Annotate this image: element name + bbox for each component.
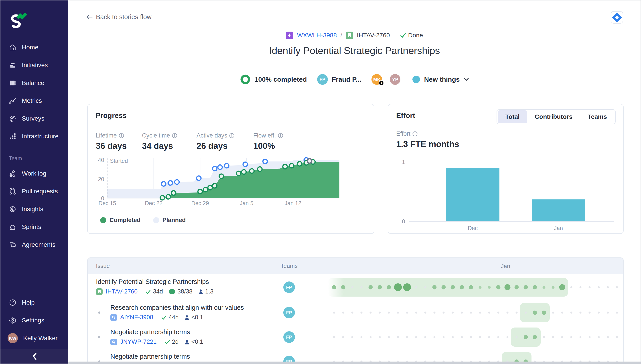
timeline-activity-dot (352, 312, 354, 314)
timeline-activity-dot (598, 312, 600, 314)
timeline-activity-dot (451, 285, 455, 290)
timeline-activity-dot (607, 336, 609, 338)
progress-group: 38/38 (169, 288, 192, 295)
table-header: Issue Teams Jan (88, 258, 623, 274)
info-icon[interactable] (278, 133, 283, 138)
timeline-activity-dot (496, 285, 500, 290)
svg-text:Started: Started (110, 158, 128, 164)
info-icon[interactable] (119, 133, 124, 138)
timeline-activity-dot (552, 312, 554, 314)
table-row[interactable]: Negotiate partnership terms JNYWP-7221 2… (88, 325, 623, 349)
sidebar-item-pull-requests[interactable]: Pull requests (0, 182, 68, 200)
balance-icon (9, 79, 16, 87)
sidebar-item-label: Sprints (22, 224, 41, 230)
team-chip[interactable]: FP (283, 282, 295, 293)
timeline-activity-dot (360, 336, 362, 338)
sidebar-item-settings[interactable]: Settings (0, 312, 68, 329)
sidebar-spacer (0, 254, 68, 294)
metric-cycle-time: Cycle time 34 days (142, 132, 187, 151)
sidebar-item-initiatives[interactable]: Initiatives (0, 56, 68, 74)
sidebar-item-balance[interactable]: Balance (0, 74, 68, 92)
table-row[interactable]: Identify Potential Strategic Partnership… (88, 274, 623, 300)
effort-card: Effort Total Contributors Teams Effort 1… (388, 104, 624, 234)
board-filter-dropdown[interactable]: New things (412, 76, 469, 83)
timeline-activity-dot (488, 336, 490, 338)
sidebar-user[interactable]: KW Kelly Walker (0, 329, 68, 347)
breadcrumb-epic-link[interactable]: WXWLH-3988 (297, 32, 337, 39)
breadcrumb-separator: / (340, 32, 342, 39)
timeline-activity-dot (379, 312, 381, 314)
timeline-activity-dot (525, 312, 527, 314)
sidebar-item-metrics[interactable]: Metrics (0, 92, 68, 110)
metric-flow-efficiency: Flow eff. 100% (253, 132, 289, 151)
timeline-activity-dot (394, 284, 402, 291)
team-name-label: Fraud P... (332, 76, 362, 83)
progress-burnup-chart: Started02040Dec 15Dec 22Dec 29Jan 5Jan 1… (92, 157, 368, 209)
svg-text:Dec 22: Dec 22 (145, 200, 162, 206)
main-content: Back to stories flow WXWLH-3988 / IHTAV-… (68, 0, 640, 364)
tab-teams[interactable]: Teams (580, 110, 614, 123)
jira-integration-button[interactable] (611, 11, 623, 24)
horizontal-scrollbar[interactable] (68, 362, 640, 364)
timeline-activity-dot (533, 335, 537, 339)
svg-text:1: 1 (402, 159, 405, 165)
svg-text:Dec 29: Dec 29 (192, 200, 209, 206)
user-avatar: KW (8, 333, 18, 343)
sidebar-item-label: Metrics (22, 97, 42, 104)
avatar-yp[interactable]: YP (390, 74, 400, 85)
app-logo[interactable] (0, 0, 68, 38)
sidebar-item-infrastructure[interactable]: Infrastructure (0, 128, 68, 145)
issue-id-link[interactable]: JNYWP-7221 (120, 338, 157, 345)
timeline-activity-dot (461, 336, 463, 338)
sidebar-collapse-button[interactable] (0, 349, 68, 364)
sidebar-item-agreements[interactable]: Agreements (0, 236, 68, 254)
table-row[interactable]: Research companies that align with our v… (88, 300, 623, 325)
column-header-issue: Issue (88, 262, 257, 270)
info-icon[interactable] (172, 133, 177, 138)
timeline-activity-dot (443, 336, 445, 338)
timeline-activity-dot (333, 312, 335, 314)
sidebar-section-team: Team (0, 151, 68, 165)
team-chip[interactable]: FP (283, 331, 295, 343)
team-summary[interactable]: FP Fraud P... (317, 74, 362, 85)
svg-text:0: 0 (402, 218, 405, 224)
sprints-icon (9, 223, 16, 231)
subtask-badge-icon (110, 314, 117, 321)
sidebar-item-home[interactable]: Home (0, 38, 68, 56)
timeline-activity-dot (524, 335, 528, 339)
info-icon[interactable] (412, 131, 418, 136)
effort-bar-chart: 01DecJan (395, 159, 618, 232)
timeline-activity-dot (607, 312, 609, 314)
sidebar-item-surveys[interactable]: Surveys (0, 110, 68, 128)
issue-id-link[interactable]: IHTAV-2760 (106, 288, 138, 295)
info-icon[interactable] (229, 133, 234, 138)
timeline-activity-dot (498, 336, 500, 338)
fte-value: <0.1 (192, 338, 203, 345)
teams-cell: FP (257, 274, 322, 300)
tab-total[interactable]: Total (498, 110, 527, 123)
completion-ring-icon (240, 74, 250, 85)
progress-capsule-icon (169, 289, 176, 294)
breadcrumb-pipe (395, 32, 395, 39)
timeline-activity-dot (406, 336, 408, 338)
tab-contributors[interactable]: Contributors (527, 110, 580, 123)
sidebar-item-insights[interactable]: Insights (0, 200, 68, 218)
timeline-activity-dot (504, 284, 510, 290)
timeline-cell (322, 274, 623, 300)
timeline-activity-dot (616, 312, 618, 314)
check-icon (161, 315, 167, 320)
metric-label: Active days (196, 132, 227, 139)
team-chip[interactable]: FP (283, 307, 295, 318)
sidebar-item-work-log[interactable]: Work log (0, 165, 68, 182)
sidebar-item-help[interactable]: Help (0, 294, 68, 312)
timeline-activity-dot (479, 312, 481, 314)
issue-title: Identify Potential Strategic Partnership… (96, 278, 257, 286)
back-to-stories-flow-link[interactable]: Back to stories flow (86, 13, 152, 21)
timeline-activity-dot (342, 312, 344, 314)
effort-tabs: Total Contributors Teams (496, 109, 616, 124)
timeline-activity-dot (589, 336, 591, 338)
avatar-mk[interactable]: MK ★ (372, 74, 382, 85)
issue-id-link[interactable]: AIYNF-3908 (120, 314, 153, 321)
sidebar-item-sprints[interactable]: Sprints (0, 218, 68, 236)
timeline-activity-dot (415, 286, 417, 288)
